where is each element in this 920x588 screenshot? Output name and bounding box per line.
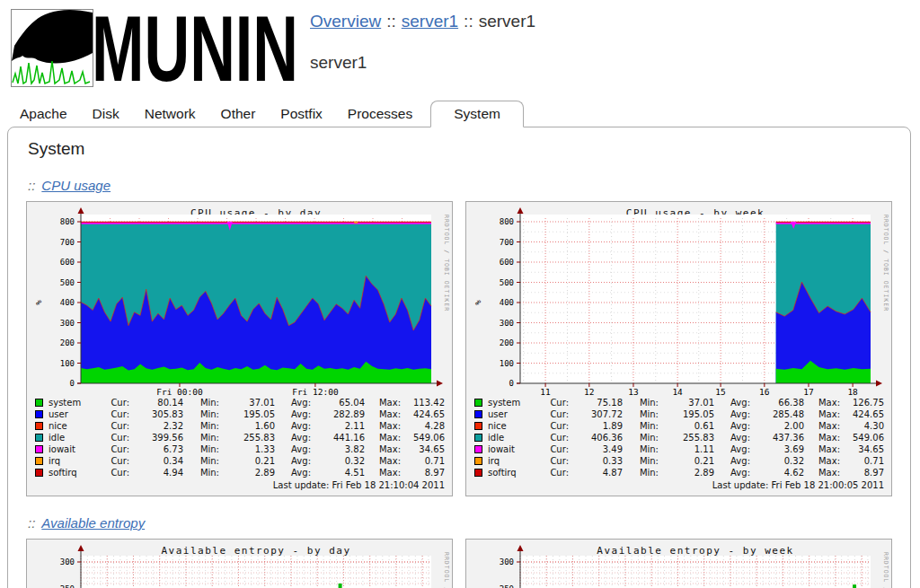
legend-swatch-iowait (474, 445, 482, 453)
legend-stat-value: 126.75 (840, 397, 884, 408)
tab-apache[interactable]: Apache (7, 101, 80, 127)
legend-stat-value: 8.97 (840, 467, 884, 478)
tab-network[interactable]: Network (132, 101, 208, 127)
legend-stat-label: Cur: (533, 432, 569, 443)
legend-stat-value: 37.01 (659, 397, 714, 408)
svg-text:100: 100 (60, 359, 75, 368)
legend-swatch-user (474, 410, 482, 418)
graph-cpu-week[interactable]: CPU usage - by week010020030040050060070… (465, 201, 892, 496)
legend-name: softirq (488, 467, 533, 478)
legend-stat-value: 3.82 (311, 443, 365, 455)
legend-stat-label: Min: (623, 397, 659, 408)
legend-stat-value: 1.11 (659, 443, 714, 455)
legend-stat-label: Cur: (93, 432, 129, 443)
breadcrumb-overview-link[interactable]: Overview (310, 12, 381, 31)
legend-stat-label: Avg: (275, 432, 311, 443)
legend-stat-label: Max: (365, 408, 401, 420)
graph-plot-entropy-week: 300250 (466, 540, 891, 588)
entropy-graphs-row: Available entropy - by day300250RRDTOOL … (26, 539, 910, 588)
legend-stat-value: 399.56 (129, 432, 183, 443)
legend-stat-label: Avg: (714, 420, 750, 432)
legend-stat-value: 80.14 (129, 397, 183, 408)
legend-stat-value: 34.65 (840, 443, 884, 455)
legend-stat-label: Max: (804, 432, 840, 443)
legend-stat-label: Max: (804, 408, 840, 420)
svg-text:16: 16 (759, 387, 770, 396)
svg-text:17: 17 (803, 387, 813, 396)
legend-stat-value: 1.89 (569, 420, 623, 432)
munin-logo (11, 9, 93, 87)
legend-stat-value: 195.05 (659, 408, 714, 420)
service-link-entropy: ::Available entropy (28, 515, 910, 531)
entropy-link[interactable]: Available entropy (41, 515, 145, 531)
legend-stat-label: Min: (623, 443, 659, 455)
legend-stat-value: 305.83 (129, 408, 183, 420)
legend-stat-value: 4.51 (311, 467, 365, 478)
legend-swatch-nice (35, 422, 43, 430)
breadcrumb: Overview::server1::server1 (310, 12, 535, 31)
legend-stat-label: Min: (183, 443, 219, 455)
cpu-usage-link[interactable]: CPU usage (41, 178, 111, 193)
tab-postfix[interactable]: Postfix (268, 101, 335, 127)
legend-stat-value: 2.89 (659, 467, 714, 478)
legend-stat-label: Max: (804, 397, 840, 408)
legend-swatch-idle (474, 434, 482, 442)
legend-stat-value: 0.61 (659, 420, 714, 432)
breadcrumb-host-link[interactable]: server1 (402, 12, 458, 31)
svg-text:500: 500 (60, 278, 75, 287)
legend-stat-value: 424.65 (401, 408, 445, 420)
legend-stat-label: Avg: (714, 443, 750, 455)
breadcrumb-separator: :: (464, 12, 473, 31)
legend-swatch-system (35, 399, 43, 407)
last-update: Last update: Fri Feb 18 21:00:05 2011 (473, 478, 884, 491)
legend-stat-value: 307.72 (569, 408, 623, 420)
graph-plot-entropy-day: 300250 (27, 540, 452, 588)
legend-stat-value: 3.69 (750, 443, 804, 455)
svg-text:%: % (34, 300, 43, 305)
svg-text:300: 300 (500, 319, 514, 328)
legend-stat-value: 549.06 (840, 432, 884, 443)
legend-name: softirq (49, 467, 93, 478)
legend-stat-label: Max: (365, 443, 401, 455)
svg-text:400: 400 (60, 298, 75, 307)
legend-stat-value: 75.18 (569, 397, 623, 408)
graph-entropy-day[interactable]: Available entropy - by day300250RRDTOOL … (26, 539, 453, 588)
legend-stat-label: Avg: (275, 455, 311, 467)
graph-legend: systemCur:80.14Min:37.01Avg:65.04Max:113… (34, 397, 445, 491)
service-link-cpu: ::CPU usage (28, 178, 910, 193)
svg-text:300: 300 (60, 319, 75, 328)
svg-text:700: 700 (500, 238, 514, 247)
legend-name: nice (49, 420, 93, 432)
tab-other[interactable]: Other (208, 101, 269, 127)
munin-wordmark: MUNIN (90, 4, 310, 88)
svg-text:Fri 12:00: Fri 12:00 (292, 387, 339, 396)
rrdtool-watermark: RRDTOOL / TOBI OETIKER (882, 552, 889, 588)
graph-entropy-week[interactable]: Available entropy - by week300250RRDTOOL… (465, 539, 892, 588)
legend-stat-value: 0.32 (750, 455, 804, 467)
legend-stat-value: 255.83 (659, 432, 714, 443)
legend-name: idle (49, 432, 93, 443)
graph-cpu-day[interactable]: CPU usage - by day0100200300400500600700… (26, 201, 453, 496)
legend-stat-value: 4.30 (840, 420, 884, 432)
legend-stat-value: 37.01 (219, 397, 275, 408)
tab-system[interactable]: System (430, 101, 524, 127)
legend-stat-label: Cur: (533, 408, 569, 420)
svg-text:14: 14 (672, 387, 683, 396)
service-link-prefix: :: (28, 178, 35, 193)
cpu-graphs-row: CPU usage - by day0100200300400500600700… (26, 201, 910, 496)
tab-disk[interactable]: Disk (80, 101, 132, 127)
page-title: System (28, 139, 910, 159)
svg-text:100: 100 (500, 359, 514, 368)
svg-text:200: 200 (60, 338, 75, 347)
legend-stat-value: 4.87 (569, 467, 623, 478)
legend-stat-value: 3.49 (569, 443, 623, 455)
legend-stat-label: Cur: (93, 467, 129, 478)
legend-name: irq (49, 455, 93, 467)
host-title: server1 (310, 53, 367, 73)
legend-stat-value: 4.62 (750, 467, 804, 478)
tab-processes[interactable]: Processes (335, 101, 425, 127)
svg-text:800: 800 (500, 217, 514, 226)
legend-stat-value: 441.16 (311, 432, 365, 443)
legend-stat-label: Cur: (533, 420, 569, 432)
legend-stat-label: Max: (804, 443, 840, 455)
